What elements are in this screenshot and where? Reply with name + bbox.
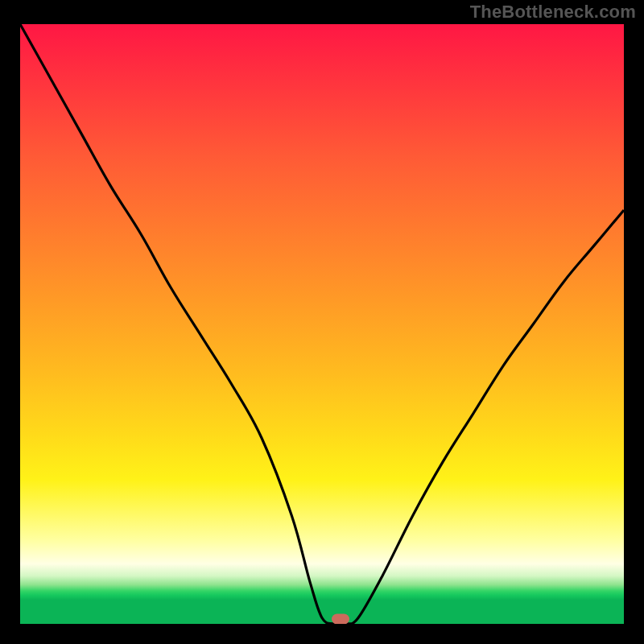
chart-stage: TheBottleneck.com bbox=[0, 0, 644, 644]
bottleneck-marker bbox=[332, 614, 349, 625]
bottleneck-curve bbox=[20, 24, 624, 624]
plot-area bbox=[20, 24, 624, 624]
watermark-text: TheBottleneck.com bbox=[470, 2, 636, 23]
curve-layer bbox=[20, 24, 624, 624]
